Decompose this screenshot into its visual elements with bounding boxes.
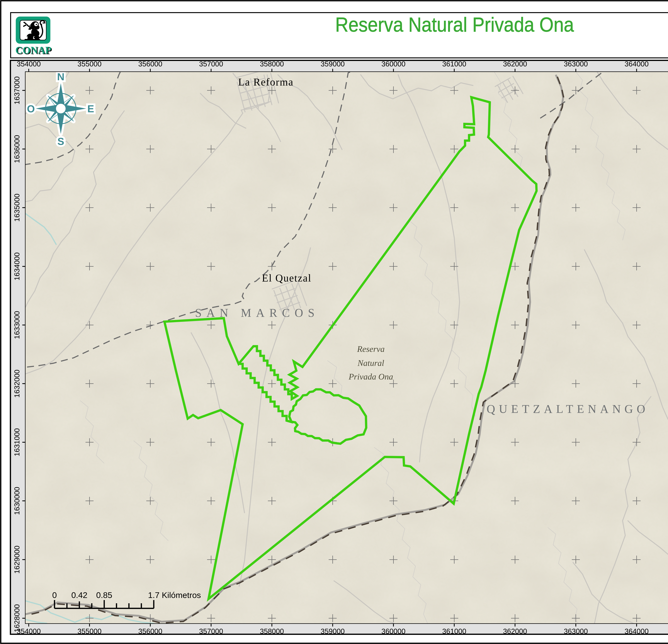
svg-text:358000: 358000: [260, 627, 284, 635]
svg-text:362000: 362000: [503, 627, 527, 635]
svg-text:359000: 359000: [321, 60, 345, 68]
svg-text:0: 0: [52, 591, 57, 600]
svg-text:1629000: 1629000: [13, 546, 21, 574]
svg-text:364000: 364000: [625, 60, 649, 68]
svg-text:361000: 361000: [442, 627, 466, 635]
svg-text:360000: 360000: [381, 60, 406, 68]
svg-text:S: S: [58, 136, 64, 147]
svg-text:1633000: 1633000: [13, 311, 21, 339]
svg-text:362000: 362000: [503, 60, 527, 68]
svg-text:357000: 357000: [199, 60, 223, 68]
svg-text:1632000: 1632000: [13, 370, 21, 398]
svg-text:1636000: 1636000: [13, 135, 21, 163]
svg-text:Natural: Natural: [358, 358, 384, 368]
svg-text:1.7: 1.7: [148, 591, 160, 600]
svg-text:Kilómetros: Kilómetros: [162, 591, 201, 600]
svg-text:N: N: [57, 71, 64, 82]
svg-text:1634000: 1634000: [13, 252, 21, 280]
svg-text:363000: 363000: [564, 60, 588, 68]
svg-text:1628000: 1628000: [13, 604, 21, 632]
svg-text:364000: 364000: [625, 627, 649, 635]
svg-text:360000: 360000: [381, 627, 406, 635]
svg-text:1630000: 1630000: [13, 487, 21, 515]
svg-text:Reserva: Reserva: [357, 344, 385, 354]
svg-text:O: O: [27, 103, 35, 114]
svg-text:0.85: 0.85: [96, 591, 112, 600]
svg-text:1631000: 1631000: [13, 428, 21, 456]
svg-text:363000: 363000: [564, 627, 588, 635]
svg-text:El Quetzal: El Quetzal: [262, 272, 312, 284]
svg-text:QUETZALTENANGO: QUETZALTENANGO: [487, 403, 649, 415]
svg-text:356000: 356000: [138, 627, 162, 635]
svg-text:355000: 355000: [77, 627, 102, 635]
svg-text:357000: 357000: [199, 627, 223, 635]
svg-text:356000: 356000: [138, 60, 162, 68]
svg-text:354000: 354000: [17, 60, 41, 68]
svg-text:358000: 358000: [260, 60, 284, 68]
svg-text:La Reforma: La Reforma: [238, 76, 294, 88]
svg-text:SAN MARCOS: SAN MARCOS: [195, 306, 319, 319]
svg-text:0.42: 0.42: [71, 591, 88, 600]
svg-text:1637000: 1637000: [13, 76, 21, 105]
svg-text:355000: 355000: [77, 60, 102, 68]
svg-text:Privada Ona: Privada Ona: [349, 372, 393, 381]
svg-text:E: E: [87, 103, 94, 114]
svg-text:359000: 359000: [321, 627, 345, 635]
svg-text:1635000: 1635000: [13, 194, 21, 222]
svg-text:361000: 361000: [442, 60, 466, 68]
